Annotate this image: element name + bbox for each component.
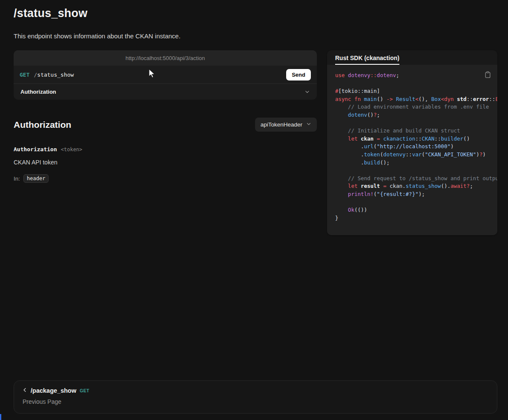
code-block[interactable]: use dotenvy::dotenv; #[tokio::main]async… [327,65,497,229]
chevron-left-icon [22,387,27,394]
authorization-section: Authorization apiTokenHeader Authorizati… [14,118,317,183]
authorization-collapsible-row[interactable]: Authorization [14,83,317,100]
endpoint-path-name: status_show [37,72,74,78]
request-card: http://localhost:5000/api/3/action GET /… [14,50,317,100]
auth-param-name: Authorization [14,146,57,152]
clipboard-icon [485,73,491,80]
send-button[interactable]: Send [286,69,311,81]
http-method-badge: GET [20,72,29,78]
base-url-text: http://localhost:5000/api/3/action [126,55,205,61]
tab-rust-sdk[interactable]: Rust SDK (ckanaction) [335,55,399,65]
auth-param-description: CKAN API token [14,159,317,166]
auth-scheme-selected: apiTokenHeader [261,121,302,128]
base-url-bar[interactable]: http://localhost:5000/api/3/action [14,50,317,66]
request-method-row: GET /status_show Send [14,66,317,83]
chevron-down-icon [304,89,310,95]
previous-page-card[interactable]: /package_show GET Previous Page [14,380,497,414]
endpoint-description: This endpoint shows information about th… [14,32,181,40]
auth-scheme-dropdown[interactable]: apiTokenHeader [255,118,317,132]
chevron-down-icon [306,121,311,128]
page-title: /status_show [14,7,87,20]
auth-param-location-row: In: header [14,174,317,183]
previous-endpoint-method: GET [80,388,89,393]
auth-param-row: Authorization <token> [14,146,317,152]
sdk-code-panel: Rust SDK (ckanaction) use dotenvy::doten… [327,50,497,235]
edge-marker [0,414,1,420]
authorization-section-header: Authorization apiTokenHeader [14,118,317,132]
authorization-row-label: Authorization [20,89,56,95]
code-area: use dotenvy::dotenv; #[tokio::main]async… [327,65,497,235]
endpoint-path: /status_show [34,72,74,78]
authorization-heading: Authorization [14,120,71,130]
in-value-badge: header [23,174,49,183]
previous-page-label: Previous Page [23,398,489,405]
sdk-tab-bar: Rust SDK (ckanaction) [327,50,497,65]
auth-param-type: <token> [61,147,83,152]
copy-code-button[interactable] [484,70,492,81]
in-label: In: [14,175,20,182]
previous-endpoint-path: /package_show [31,387,76,394]
previous-page-row: /package_show GET [22,387,489,394]
